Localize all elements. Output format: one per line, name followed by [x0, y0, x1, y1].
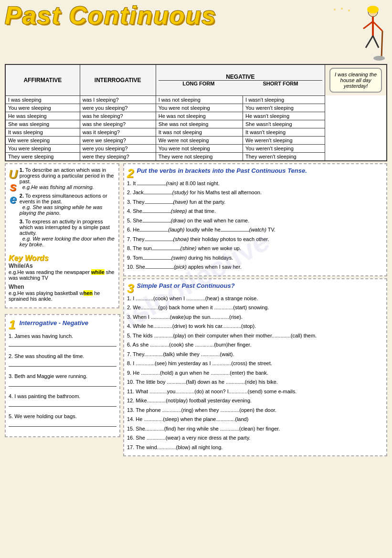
ex3-item: 4. While he.............(drive) to work … [127, 322, 383, 330]
section3-items: 1. I ............(cook) when I .........… [127, 295, 383, 452]
ex3-item: 12. Mike.............(not/play) football… [127, 397, 383, 405]
section3-title: Simple Past or Past Continuous? [137, 282, 234, 289]
col-interrogative: Interrogative [80, 64, 156, 95]
ex2-item: 6. He(laugh) loudly while he(watch) TV. [127, 226, 383, 234]
table-row: We were sleepingwere we sleeping?We were… [5, 136, 387, 144]
header-illustration [325, 5, 387, 62]
ex2-item: 9. Tom(swim) during his holidays. [127, 254, 383, 262]
svg-point-10 [341, 8, 343, 10]
blank [144, 189, 172, 194]
table-row: They were sleepingwere they sleeping?The… [5, 152, 387, 161]
ex2-item: 5. She(draw) on the wall when he came. [127, 217, 383, 225]
ex2-item: 10. She(pick) apples when I saw her. [127, 263, 383, 271]
use-item-3: 3. To express an activity in progress wh… [20, 219, 116, 247]
svg-point-8 [373, 56, 385, 61]
cell-neg_long: We were not sleeping [156, 136, 243, 144]
ex3-item: 3. When I .............(wake)up the sun.… [127, 313, 383, 321]
section3-box: 3 Simple Past or Past Continuous? 1. I .… [123, 278, 387, 457]
blank [142, 217, 171, 222]
cell-neg_long: It was not sleeping [156, 128, 243, 136]
section1-item: 1. James was having lunch. [9, 333, 117, 347]
ex3-item: 17. The wind.............(blow) all nigh… [127, 443, 383, 452]
section1-num: 1 [9, 318, 15, 332]
section2-num: 2 [127, 167, 134, 179]
ex3-item: 1. I ............(cook) when I .........… [127, 295, 383, 303]
cell-neg_short: You weren't sleeping [243, 104, 325, 112]
ex3-item: 10. The little boy .............(fall) d… [127, 378, 383, 386]
highlight-when: hen [84, 290, 93, 296]
ex2-item: 2. Jack(study) for his Maths test all af… [127, 189, 383, 197]
ex2-item: 3. They(have) fun at the party. [127, 198, 383, 206]
blank [221, 226, 249, 232]
cell-int: were you sleeping? [80, 104, 156, 112]
key-words-title: Key Words [9, 254, 116, 263]
cell-aff: You were sleeping [5, 144, 80, 152]
section2-items: 1. It (rain) at 8.00 last night.2. Jack(… [127, 179, 383, 271]
blank [139, 226, 168, 232]
ex3-item: 14. He .............(sleep) when the pla… [127, 415, 383, 423]
page-title: Past Continuous [5, 3, 216, 28]
ex2-item: 8. The sun(shine) when we woke up. [127, 244, 383, 253]
cell-aff: They were sleeping [5, 152, 80, 161]
ex2-item: 4. She(sleep) at that time. [127, 207, 383, 215]
section1-title: Interrogative - Negative [19, 319, 88, 326]
right-panel: 2 Put the verbs in brackets into the Pas… [123, 163, 387, 457]
cell-aff: It was sleeping [5, 128, 80, 136]
cell-neg_long: He was not sleeping [156, 112, 243, 120]
use-item-2: 2. To express simultaneous actions or ev… [20, 193, 116, 216]
verb-hint: (pick) [174, 264, 187, 270]
svg-point-11 [348, 10, 350, 11]
section3-num: 3 [127, 282, 134, 295]
ex3-item: 5. The kids .............(play) on their… [127, 332, 383, 340]
cell-int: were we sleeping? [80, 136, 156, 144]
svg-point-9 [334, 9, 336, 11]
deco-e: e [10, 193, 16, 205]
cell-int: was he sleeping? [80, 112, 156, 120]
svg-point-6 [367, 6, 379, 13]
ex2-item: 7. They(show) their holiday photos to ea… [127, 235, 383, 243]
ex3-item: 15. She.............(find) her ring whil… [127, 425, 383, 433]
cell-neg_short: You weren't sleeping [243, 144, 325, 152]
cell-int: were you sleeping? [80, 144, 156, 152]
blank [145, 235, 173, 241]
table-row: I was sleepingwas I sleeping?I was not s… [5, 95, 387, 104]
cell-int: was she sleeping? [80, 120, 156, 128]
ex3-item: 7. They.............(talk) while they ..… [127, 350, 383, 358]
cell-neg_long: You were not sleeping [156, 144, 243, 152]
uses-section: U s e 1. To describe an action which was… [5, 163, 119, 308]
col-negative: Negative Long Form Short Form [156, 64, 325, 95]
cell-int: were they sleeping? [80, 152, 156, 161]
svg-line-4 [366, 36, 373, 48]
ex3-item: 8. I .............(see) him yesterday as… [127, 359, 383, 368]
cell-aff: He was sleeping [5, 112, 80, 120]
blank [143, 254, 171, 260]
deco-u: U [9, 168, 18, 180]
cell-neg_short: I wasn't sleeping [243, 95, 325, 104]
grammar-table: Affirmative Interrogative Negative Long … [5, 64, 387, 161]
cell-neg_short: It wasn't sleeping [243, 128, 325, 136]
verb-hint: (show) [173, 236, 189, 242]
deco-s: s [10, 180, 16, 193]
section1-items: 1. James was having lunch.2. She was sho… [9, 333, 117, 427]
cell-int: was I sleeping? [80, 95, 156, 104]
table-row: It was sleepingwas it sleeping?It was no… [5, 128, 387, 136]
kw-item-while: While/As e.g.He was reading the newspape… [9, 263, 116, 281]
verb-hint: (have) [173, 199, 188, 205]
kw-when: When [9, 284, 24, 290]
table-row: You were sleepingwere you sleeping?You w… [5, 144, 387, 152]
cell-aff: I was sleeping [5, 95, 80, 104]
table-row: She was sleepingwas she sleeping?She was… [5, 120, 387, 128]
cell-neg_short: He wasn't sleeping [243, 112, 325, 120]
verb-hint: (sleep) [171, 208, 187, 214]
blank [145, 263, 174, 269]
section2-title: Put the verbs in brackets into the Past … [137, 167, 307, 174]
section1-item: 3. Beth and Maggie were running. [9, 373, 117, 387]
blank [145, 198, 173, 204]
section1-item: 2. She was shouting all the time. [9, 353, 117, 367]
cell-neg_long: They were not sleeping [156, 152, 243, 161]
highlight-while: while [91, 269, 105, 275]
page-header: Past Continuous [0, 0, 392, 62]
cell-neg_long: I was not sleeping [156, 95, 243, 104]
cell-int: was it sleeping? [80, 128, 156, 136]
cell-neg_short: They weren't sleeping [243, 152, 325, 161]
